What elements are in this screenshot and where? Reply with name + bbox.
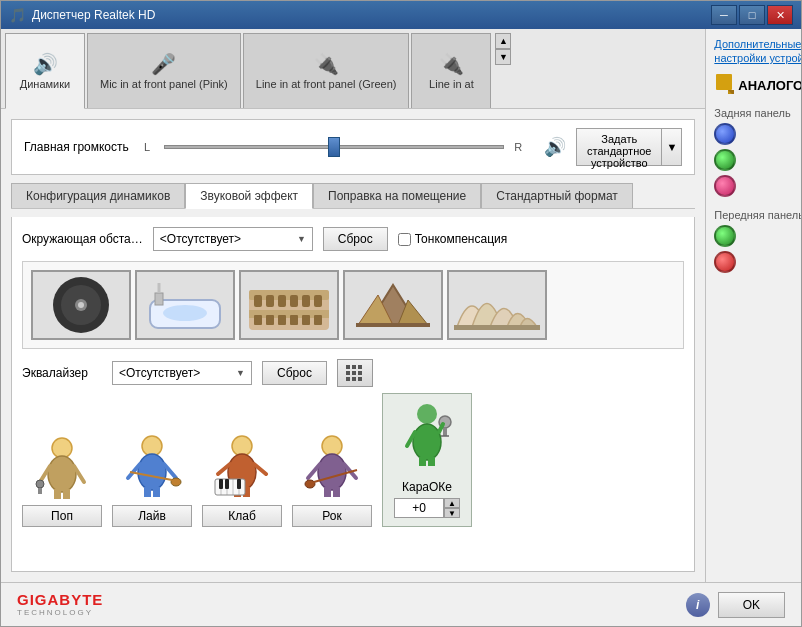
club-svg bbox=[212, 434, 272, 499]
jack-front-green[interactable] bbox=[714, 225, 736, 247]
live-svg bbox=[122, 434, 182, 499]
svg-point-38 bbox=[48, 456, 76, 492]
tab-line-front[interactable]: 🔌 Line in at front panel (Green) bbox=[243, 33, 410, 108]
effects-panel: Окружающая обста… <Отсутствует> ▼ Сброс … bbox=[11, 217, 695, 572]
tone-checkbox[interactable] bbox=[398, 233, 411, 246]
eq-dropdown[interactable]: <Отсутствует> ▼ bbox=[112, 361, 252, 385]
sub-tab-room[interactable]: Поправка на помещение bbox=[313, 183, 481, 208]
brand-name: GIGABYTE bbox=[17, 592, 103, 609]
speakers-icon: 🔊 bbox=[33, 52, 58, 76]
svg-point-3 bbox=[78, 302, 84, 308]
jack-green[interactable] bbox=[714, 149, 736, 171]
default-device-dropdown-button[interactable]: ▼ bbox=[662, 128, 682, 166]
bath-svg bbox=[140, 275, 230, 335]
pop-button[interactable]: Поп bbox=[22, 505, 102, 527]
eq-icon-club: Клаб bbox=[202, 431, 282, 527]
jack-front-red[interactable] bbox=[714, 251, 736, 273]
minimize-button[interactable]: ─ bbox=[711, 5, 737, 25]
env-dropdown-arrow: ▼ bbox=[297, 234, 306, 244]
rock-figure bbox=[292, 431, 372, 501]
front-panel-label: Передняя панель bbox=[714, 209, 801, 221]
tab-prev-button[interactable]: ▲ bbox=[495, 33, 511, 49]
tab-speakers[interactable]: 🔊 Динамики bbox=[5, 33, 85, 109]
env-box[interactable] bbox=[343, 270, 443, 340]
spin-buttons: ▲ ▼ bbox=[444, 498, 460, 518]
club-button[interactable]: Клаб bbox=[202, 505, 282, 527]
title-bar: 🎵 Диспетчер Realtek HD ─ □ ✕ bbox=[1, 1, 801, 29]
eq-reset-button[interactable]: Сброс bbox=[262, 361, 327, 385]
slider-container bbox=[164, 145, 504, 149]
line-front-icon: 🔌 bbox=[314, 52, 339, 76]
eq-label: Эквалайзер bbox=[22, 366, 102, 380]
karaoke-spinbox: +0 ▲ ▼ bbox=[394, 498, 460, 518]
volume-title: Главная громкость bbox=[24, 140, 134, 154]
karaoke-box: КараОКе +0 ▲ ▼ bbox=[382, 393, 472, 527]
left-label: L bbox=[144, 141, 150, 153]
spin-up-button[interactable]: ▲ bbox=[444, 498, 460, 508]
svg-point-68 bbox=[318, 454, 346, 490]
svg-rect-12 bbox=[266, 295, 274, 307]
sub-tab-config[interactable]: Конфигурация динамиков bbox=[11, 183, 185, 208]
volume-slider[interactable] bbox=[164, 145, 504, 149]
spin-down-button[interactable]: ▼ bbox=[444, 508, 460, 518]
svg-point-51 bbox=[171, 478, 181, 486]
brand-sub: TECHNOLOGY bbox=[17, 608, 103, 617]
close-button[interactable]: ✕ bbox=[767, 5, 793, 25]
svg-rect-29 bbox=[352, 365, 356, 369]
ok-button[interactable]: OK bbox=[718, 592, 785, 618]
svg-rect-13 bbox=[278, 295, 286, 307]
svg-rect-21 bbox=[302, 315, 310, 325]
rear-panel-label: Задняя панель bbox=[714, 107, 801, 119]
svg-point-43 bbox=[36, 480, 44, 488]
tab-line-rear[interactable]: 🔌 Line in at bbox=[411, 33, 491, 108]
svg-rect-64 bbox=[219, 479, 223, 489]
inner-content: Главная громкость L R 🔊 Задать стандартн… bbox=[1, 109, 705, 582]
svg-rect-30 bbox=[358, 365, 362, 369]
jack-blue[interactable] bbox=[714, 123, 736, 145]
env-colosseum[interactable] bbox=[239, 270, 339, 340]
eq-dropdown-value: <Отсутствует> bbox=[119, 366, 200, 380]
env-disk[interactable] bbox=[31, 270, 131, 340]
env-dropdown[interactable]: <Отсутствует> ▼ bbox=[153, 227, 313, 251]
restore-button[interactable]: □ bbox=[739, 5, 765, 25]
bottom-bar: GIGABYTE TECHNOLOGY i OK bbox=[1, 582, 801, 626]
svg-rect-33 bbox=[358, 371, 362, 375]
rock-button[interactable]: Рок bbox=[292, 505, 372, 527]
svg-point-67 bbox=[322, 436, 342, 456]
tab-mic-front-label: Mic in at front panel (Pink) bbox=[100, 78, 228, 90]
env-opera[interactable] bbox=[447, 270, 547, 340]
bottom-right: i OK bbox=[686, 592, 785, 618]
mic-front-icon: 🎤 bbox=[151, 52, 176, 76]
env-reset-button[interactable]: Сброс bbox=[323, 227, 388, 251]
karaoke-figure bbox=[397, 402, 457, 476]
svg-rect-35 bbox=[352, 377, 356, 381]
eq-bottom-row: Эквалайзер <Отсутствует> ▼ Сброс bbox=[22, 359, 684, 387]
live-button[interactable]: Лайв bbox=[112, 505, 192, 527]
device-settings-link[interactable]: Дополнительные настройки устройства bbox=[714, 37, 801, 66]
svg-rect-16 bbox=[314, 295, 322, 307]
rock-svg bbox=[302, 434, 362, 499]
volume-icon: 🔊 bbox=[544, 136, 566, 158]
svg-rect-19 bbox=[278, 315, 286, 325]
default-device-button[interactable]: Задать стандартное устройство bbox=[576, 128, 662, 166]
eq-grid-button[interactable] bbox=[337, 359, 373, 387]
svg-rect-17 bbox=[254, 315, 262, 325]
svg-rect-26 bbox=[356, 323, 430, 327]
sub-tab-effects[interactable]: Звуковой эффект bbox=[185, 183, 313, 209]
sub-tab-format[interactable]: Стандартный формат bbox=[481, 183, 633, 208]
pop-svg bbox=[32, 434, 92, 499]
info-button[interactable]: i bbox=[686, 593, 710, 617]
svg-rect-18 bbox=[266, 315, 274, 325]
jack-pink[interactable] bbox=[714, 175, 736, 197]
svg-rect-66 bbox=[237, 479, 241, 489]
tab-line-front-label: Line in at front panel (Green) bbox=[256, 78, 397, 90]
env-bath[interactable] bbox=[135, 270, 235, 340]
pop-figure bbox=[22, 431, 102, 501]
jack-pink-row bbox=[714, 175, 801, 197]
svg-rect-71 bbox=[324, 487, 331, 497]
tab-mic-front[interactable]: 🎤 Mic in at front panel (Pink) bbox=[87, 33, 241, 108]
karaoke-value-input[interactable]: +0 bbox=[394, 498, 444, 518]
right-sidebar: Дополнительные настройки устройства АНАЛ… bbox=[705, 29, 801, 582]
svg-rect-5 bbox=[155, 293, 163, 305]
tab-next-button[interactable]: ▼ bbox=[495, 49, 511, 65]
